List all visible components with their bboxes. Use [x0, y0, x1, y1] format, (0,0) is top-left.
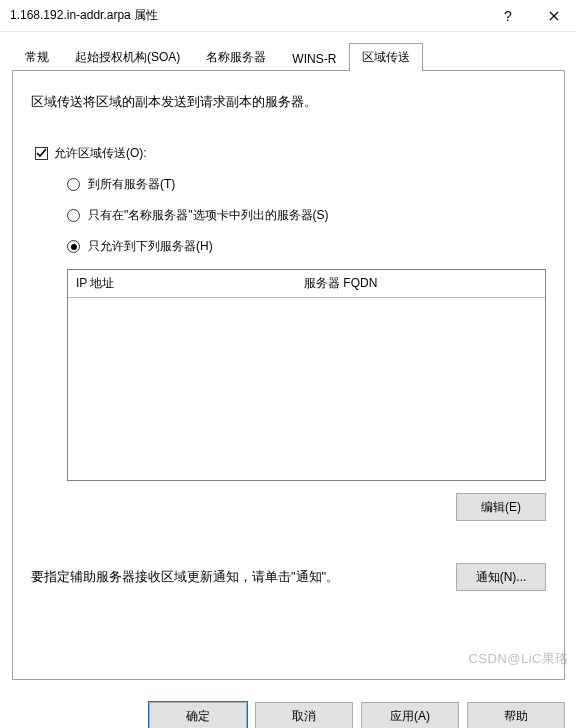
- radio-all-servers-label: 到所有服务器(T): [88, 176, 175, 193]
- help-icon[interactable]: ?: [485, 0, 531, 32]
- close-icon[interactable]: [531, 0, 577, 32]
- transfer-target-radio-group: 到所有服务器(T) 只有在"名称服务器"选项卡中列出的服务器(S) 只允许到下列…: [67, 176, 546, 255]
- radio-row-ns-tab[interactable]: 只有在"名称服务器"选项卡中列出的服务器(S): [67, 207, 546, 224]
- allowed-servers-list[interactable]: IP 地址 服务器 FQDN: [67, 269, 546, 481]
- window-content: 常规 起始授权机构(SOA) 名称服务器 WINS-R 区域传送 区域传送将区域…: [0, 32, 577, 692]
- tab-name-servers[interactable]: 名称服务器: [193, 43, 279, 71]
- window-title: 1.168.192.in-addr.arpa 属性: [10, 7, 485, 24]
- dialog-footer: 确定 取消 应用(A) 帮助: [0, 692, 577, 728]
- titlebar: 1.168.192.in-addr.arpa 属性 ?: [0, 0, 577, 32]
- server-list-header: IP 地址 服务器 FQDN: [68, 270, 545, 298]
- allow-transfer-label: 允许区域传送(O):: [54, 145, 147, 162]
- allow-transfer-checkbox[interactable]: [35, 147, 48, 160]
- apply-button[interactable]: 应用(A): [361, 702, 459, 728]
- column-header-fqdn[interactable]: 服务器 FQDN: [296, 270, 545, 297]
- edit-button[interactable]: 编辑(E): [456, 493, 546, 521]
- radio-only-below[interactable]: [67, 240, 80, 253]
- ok-button[interactable]: 确定: [149, 702, 247, 728]
- radio-all-servers[interactable]: [67, 178, 80, 191]
- notify-button[interactable]: 通知(N)...: [456, 563, 546, 591]
- zone-transfer-panel: 区域传送将区域的副本发送到请求副本的服务器。 允许区域传送(O): 到所有服务器…: [12, 70, 565, 680]
- tab-row: 常规 起始授权机构(SOA) 名称服务器 WINS-R 区域传送: [12, 42, 565, 70]
- radio-ns-tab[interactable]: [67, 209, 80, 222]
- tab-soa[interactable]: 起始授权机构(SOA): [62, 43, 193, 71]
- tab-zone-transfer[interactable]: 区域传送: [349, 43, 423, 71]
- radio-row-only-below[interactable]: 只允许到下列服务器(H): [67, 238, 546, 255]
- cancel-button[interactable]: 取消: [255, 702, 353, 728]
- radio-row-all-servers[interactable]: 到所有服务器(T): [67, 176, 546, 193]
- help-button[interactable]: 帮助: [467, 702, 565, 728]
- tab-wins-r[interactable]: WINS-R: [279, 46, 349, 71]
- allow-transfer-checkbox-row[interactable]: 允许区域传送(O):: [35, 145, 546, 162]
- column-header-ip[interactable]: IP 地址: [68, 270, 296, 297]
- notify-description: 要指定辅助服务器接收区域更新通知，请单击"通知"。: [31, 568, 444, 586]
- radio-ns-tab-label: 只有在"名称服务器"选项卡中列出的服务器(S): [88, 207, 329, 224]
- radio-only-below-label: 只允许到下列服务器(H): [88, 238, 213, 255]
- panel-description: 区域传送将区域的副本发送到请求副本的服务器。: [31, 93, 546, 111]
- tab-general[interactable]: 常规: [12, 43, 62, 71]
